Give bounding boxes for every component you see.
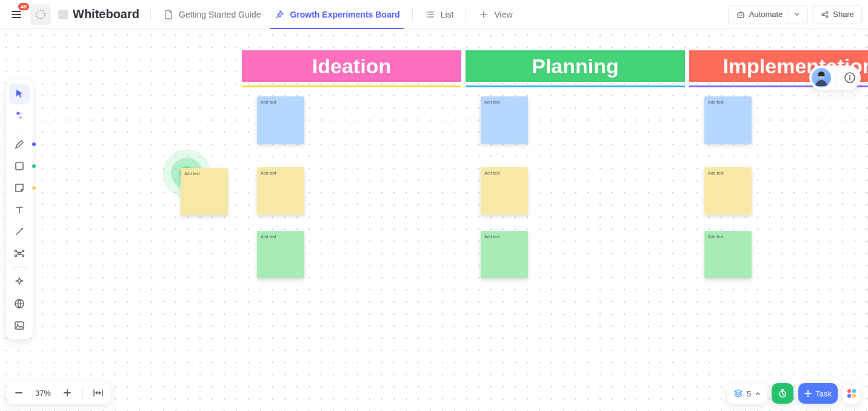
sticky-note[interactable]: Add text [257, 167, 304, 215]
toolbox [6, 80, 33, 339]
image-tool[interactable] [9, 315, 30, 336]
sticky-placeholder: Add text [261, 100, 276, 104]
column-body[interactable]: Add textAdd textAdd text [242, 85, 461, 87]
sticky-note[interactable]: Add text [481, 167, 528, 215]
svg-point-18 [17, 324, 19, 326]
tab-label: Getting Started Guide [179, 10, 261, 19]
sticky-note-loose[interactable]: Add text [181, 168, 228, 215]
dashed-circle-icon [35, 9, 46, 20]
zoom-out-button[interactable] [8, 384, 29, 401]
sticky-note[interactable]: Add text [257, 96, 304, 144]
sticky-note[interactable]: Add text [704, 231, 752, 278]
automate-caret[interactable] [789, 5, 800, 24]
square-icon [14, 161, 25, 172]
sticky-note[interactable]: Add text [704, 96, 752, 144]
automate-button[interactable]: Automate [728, 5, 809, 24]
sticky-placeholder: Add text [184, 172, 200, 176]
sticky-note[interactable]: Add text [704, 167, 752, 215]
timer-button[interactable] [772, 383, 793, 404]
ai-shapes-tool[interactable] [9, 105, 30, 126]
tab-label: Growth Experiments Board [290, 10, 399, 19]
task-label: Task [815, 389, 832, 398]
sticky-note[interactable]: Add text [481, 96, 528, 144]
svg-point-3 [426, 16, 427, 18]
text-tool[interactable] [9, 199, 30, 220]
connector-icon [14, 226, 25, 237]
document-color-swatch [58, 10, 68, 19]
color-indicator [32, 164, 36, 168]
apps-button[interactable] [843, 383, 861, 404]
sticky-placeholder: Add text [708, 235, 724, 239]
divider [150, 8, 151, 21]
sticky-note[interactable]: Add text [481, 231, 528, 278]
svg-point-21 [849, 75, 850, 76]
column-header[interactable]: Ideation [242, 50, 461, 82]
svg-point-11 [18, 252, 21, 255]
ai-tool[interactable] [9, 272, 30, 292]
info-button[interactable] [841, 69, 858, 86]
sticky-note[interactable]: Add text [257, 231, 304, 278]
svg-point-7 [822, 13, 824, 15]
mindmap-tool[interactable] [9, 243, 30, 264]
automate-label: Automate [749, 10, 783, 19]
add-view-label: View [494, 10, 512, 19]
divider [466, 8, 466, 21]
svg-rect-10 [16, 162, 23, 170]
connector-tool[interactable] [9, 221, 30, 242]
plus-icon [804, 390, 812, 397]
user-avatar[interactable] [812, 68, 831, 87]
robot-icon [736, 10, 746, 19]
plus-icon [478, 9, 489, 20]
toolbox-divider [11, 130, 28, 130]
toolbox-divider [11, 267, 28, 268]
sticky-placeholder: Add text [708, 171, 724, 175]
shape-tool[interactable] [9, 156, 30, 176]
menu-button[interactable]: 49 [6, 4, 27, 25]
sticky-placeholder: Add text [484, 235, 500, 239]
document-title-wrap[interactable]: Whiteboard [55, 7, 143, 21]
layers-stack-button[interactable]: 5 [727, 383, 767, 404]
canvas-top-right [809, 65, 861, 90]
svg-point-8 [826, 11, 828, 13]
web-tool[interactable] [9, 293, 30, 314]
whiteboard-context-button[interactable] [30, 4, 51, 25]
sticky-tool[interactable] [9, 178, 30, 198]
add-task-button[interactable]: Task [798, 383, 838, 404]
column-header[interactable]: Planning [466, 50, 685, 82]
sticky-placeholder: Add text [261, 171, 276, 175]
divider [836, 70, 836, 85]
zoom-in-button[interactable] [57, 384, 78, 401]
canvas[interactable]: IdeationAdd textAdd textAdd textPlanning… [0, 29, 868, 411]
info-icon [844, 72, 856, 84]
notification-badge: 49 [18, 3, 29, 10]
text-icon [14, 204, 25, 215]
pen-tool[interactable] [9, 134, 30, 155]
top-right-actions: Automate Share [728, 5, 862, 24]
image-icon [14, 320, 25, 331]
svg-point-0 [36, 10, 45, 19]
tab-label: List [441, 10, 454, 19]
menu-icon [11, 9, 22, 20]
svg-point-9 [826, 15, 828, 17]
divider [412, 8, 413, 21]
tab-growth-board[interactable]: Growth Experiments Board [269, 1, 404, 28]
column-body[interactable]: Add textAdd textAdd text [466, 85, 685, 87]
tab-list[interactable]: List [420, 1, 459, 28]
tab-getting-started[interactable]: Getting Started Guide [158, 1, 265, 28]
share-button[interactable]: Share [813, 5, 862, 24]
board-column: PlanningAdd textAdd textAdd text [466, 50, 685, 87]
share-label: Share [833, 10, 854, 19]
stopwatch-icon [778, 389, 787, 398]
select-tool[interactable] [9, 84, 30, 104]
zoom-control: 37% [6, 382, 111, 404]
mindmap-icon [14, 248, 25, 259]
sticky-icon [14, 182, 25, 193]
zoom-percent[interactable]: 37% [32, 389, 55, 398]
svg-rect-4 [738, 13, 744, 18]
chevron-up-icon [755, 390, 761, 396]
svg-point-2 [426, 14, 427, 15]
svg-point-1 [426, 12, 427, 13]
add-view-button[interactable]: View [473, 1, 517, 28]
zoom-fit-button[interactable] [88, 384, 109, 401]
sparkle-icon [14, 276, 25, 287]
